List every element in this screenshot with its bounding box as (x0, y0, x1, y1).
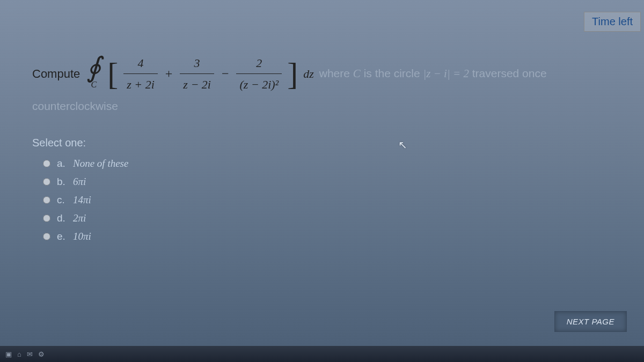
taskbar-start-icon[interactable]: ▣ (5, 350, 12, 358)
radio-d[interactable] (43, 215, 50, 222)
radio-b[interactable] (43, 178, 50, 186)
option-d[interactable]: d. 2πi (32, 209, 623, 227)
minus-op: − (219, 63, 231, 84)
where-tail: traversed once (469, 67, 547, 79)
fraction-1: 4 z + 2i (123, 54, 158, 94)
radio-c[interactable] (43, 196, 50, 204)
frac2-den: z − 2i (180, 73, 214, 94)
taskbar-item[interactable]: ⚙ (38, 350, 45, 358)
plus-op: + (163, 63, 175, 84)
question-text: Compute ∮ C [ 4 z + 2i + 3 z − 2i − 2 (z… (32, 54, 623, 115)
option-key: d. (57, 212, 67, 224)
question-line-2: counterclockwise (32, 97, 623, 115)
option-text: 6πi (73, 176, 86, 188)
where-condition: |z − i| = 2 (423, 67, 469, 80)
option-text: 14πi (73, 194, 91, 206)
frac3-den: (z − 2i)² (236, 73, 282, 94)
where-prefix: where (319, 67, 353, 79)
radio-a[interactable] (43, 160, 50, 167)
frac3-num: 2 (253, 54, 265, 73)
options-list: a. None of these b. 6πi c. 14πi d. 2πi e… (32, 154, 623, 246)
integral-subscript: C (91, 78, 97, 92)
frac1-den: z + 2i (123, 73, 158, 94)
contour-integral-symbol: ∮ C (86, 56, 101, 91)
where-mid: is the circle (361, 67, 423, 79)
option-key: b. (57, 176, 67, 188)
option-key: c. (57, 194, 67, 206)
dz-text: dz (303, 64, 314, 83)
integral-glyph: ∮ (86, 56, 101, 79)
select-one-label: Select one: (32, 137, 623, 149)
fraction-3: 2 (z − 2i)² (236, 54, 282, 94)
next-page-button[interactable]: NEXT PAGE (554, 311, 627, 332)
time-left-box: Time left (584, 12, 641, 32)
right-bracket: ] (287, 63, 298, 85)
time-left-label: Time left (592, 16, 633, 27)
option-text: None of these (73, 158, 128, 169)
frac1-num: 4 (135, 54, 147, 73)
taskbar: ▣ ⌂ ✉ ⚙ (0, 346, 644, 362)
option-b[interactable]: b. 6πi (32, 173, 623, 191)
question-line-1: Compute ∮ C [ 4 z + 2i + 3 z − 2i − 2 (z… (32, 54, 623, 94)
option-key: e. (57, 231, 67, 242)
option-a[interactable]: a. None of these (32, 154, 623, 173)
left-bracket: [ (107, 63, 118, 85)
frac2-num: 3 (191, 54, 203, 73)
option-key: a. (57, 158, 67, 169)
option-c[interactable]: c. 14πi (32, 191, 623, 209)
option-e[interactable]: e. 10πi (32, 227, 623, 246)
question-block: Compute ∮ C [ 4 z + 2i + 3 z − 2i − 2 (z… (32, 54, 623, 246)
fraction-2: 3 z − 2i (180, 54, 214, 94)
radio-e[interactable] (43, 233, 50, 240)
option-text: 10πi (73, 231, 91, 242)
taskbar-item[interactable]: ✉ (27, 350, 33, 358)
lead-word: Compute (32, 64, 80, 83)
where-clause: where C is the circle |z − i| = 2 traver… (319, 64, 547, 83)
where-contour-name: C (353, 67, 361, 80)
taskbar-item[interactable]: ⌂ (17, 350, 21, 358)
option-text: 2πi (73, 212, 86, 224)
